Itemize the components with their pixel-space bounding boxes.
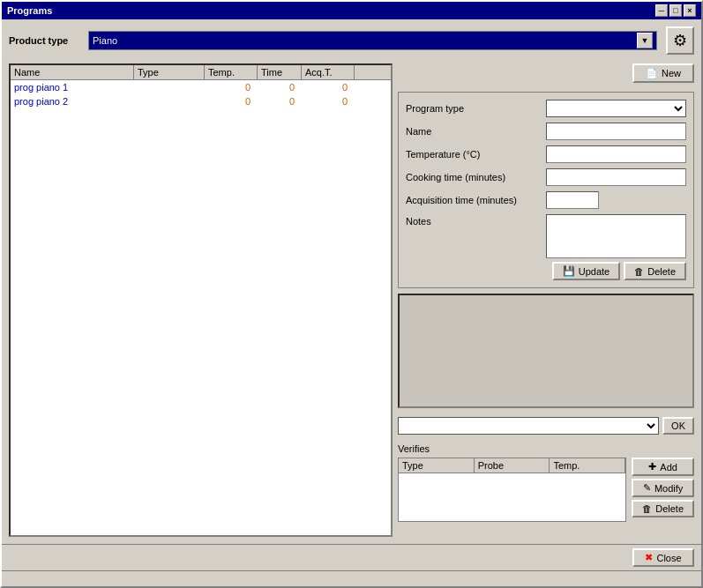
title-bar: Programs ─ □ × (2, 2, 701, 19)
verifies-row[interactable] (399, 473, 625, 489)
save-icon: 💾 (563, 265, 575, 277)
row1-acqt: 0 (302, 80, 355, 94)
maximize-button[interactable]: □ (669, 4, 682, 17)
add-icon: ✚ (648, 461, 656, 473)
temperature-row: Temperature (°C) (406, 145, 686, 163)
modify-label: Modify (654, 483, 683, 494)
verifies-header: Type Probe Temp. (399, 458, 625, 473)
row2-acqt: 0 (302, 94, 355, 108)
verifies-modify-button[interactable]: ✎ Modify (632, 479, 694, 497)
temperature-label: Temperature (°C) (406, 149, 542, 160)
verifies-delete-icon: 🗑 (642, 503, 652, 514)
list-item[interactable]: prog piano 2 0 0 0 (11, 94, 391, 108)
verifies-section: Verifies Type Probe Temp. (398, 443, 694, 522)
product-type-row: Product type Piano ▼ ⚙ (9, 26, 694, 55)
name-row: Name (406, 123, 686, 140)
notes-row: Notes (406, 214, 686, 258)
verifies-delete-button[interactable]: 🗑 Delete (632, 500, 694, 517)
acquisition-time-input[interactable] (546, 191, 599, 209)
main-area: Name Type Temp. Time Acq.T. prog piano 1… (9, 63, 694, 537)
form-panel: Program type Name Temperature (°C) (398, 92, 694, 288)
verifies-col-temp: Temp. (550, 458, 625, 473)
row1-type (134, 80, 205, 94)
title-bar-buttons: ─ □ × (655, 4, 696, 17)
col-temp: Temp. (205, 65, 258, 79)
col-acqt: Acq.T. (302, 65, 355, 79)
bottom-bar: ✖ Close (2, 544, 701, 570)
ok-label: OK (671, 421, 685, 431)
program-type-row: Program type (406, 100, 686, 117)
close-label: Close (656, 553, 681, 563)
verifies-buttons: ✚ Add ✎ Modify 🗑 Delete (632, 458, 694, 522)
close-icon: ✖ (645, 552, 653, 563)
program-type-select[interactable] (546, 100, 686, 117)
verifies-row[interactable] (399, 489, 625, 505)
program-type-select-wrapper (546, 100, 686, 117)
verifies-col-probe: Probe (475, 458, 550, 473)
cooking-time-label: Cooking time (minutes) (406, 172, 542, 182)
program-type-label: Program type (406, 103, 542, 114)
col-type: Type (134, 65, 205, 79)
temperature-input[interactable] (546, 145, 686, 163)
acquisition-time-row: Acquisition time (minutes) (406, 191, 686, 209)
name-input[interactable] (546, 123, 686, 140)
product-type-dropdown[interactable]: Piano ▼ (88, 31, 657, 50)
delete-label: Delete (647, 266, 676, 277)
verifies-body (399, 473, 625, 521)
status-bar (2, 570, 701, 586)
verifies-delete-label: Delete (655, 503, 684, 514)
action-buttons: 💾 Update 🗑 Delete (406, 262, 686, 280)
minimize-button[interactable]: ─ (655, 4, 668, 17)
list-header: Name Type Temp. Time Acq.T. (11, 65, 391, 80)
close-button[interactable]: × (684, 4, 696, 17)
row1-time: 0 (258, 80, 302, 94)
col-name: Name (11, 65, 134, 79)
verifies-add-button[interactable]: ✚ Add (632, 458, 694, 476)
window-content: Product type Piano ▼ ⚙ Name Type Temp. T… (2, 19, 701, 544)
new-icon: 📄 (646, 67, 658, 79)
verifies-col-type: Type (399, 458, 475, 473)
row1-temp: 0 (205, 80, 258, 94)
list-item[interactable]: prog piano 1 0 0 0 (11, 80, 391, 94)
verifies-area: Type Probe Temp. (398, 458, 694, 522)
row2-time: 0 (258, 94, 302, 108)
list-body: prog piano 1 0 0 0 prog piano 2 0 0 0 (11, 80, 391, 535)
programs-window: Programs ─ □ × Product type Piano ▼ ⚙ Na… (0, 0, 703, 588)
programs-list: Name Type Temp. Time Acq.T. prog piano 1… (9, 63, 393, 537)
new-btn-row: 📄 New (398, 63, 694, 83)
notes-input[interactable] (546, 214, 686, 258)
window-title: Programs (7, 5, 52, 16)
ok-button[interactable]: OK (662, 417, 694, 435)
ok-select[interactable] (398, 417, 659, 435)
lower-panel (398, 294, 694, 408)
row2-temp: 0 (205, 94, 258, 108)
delete-icon: 🗑 (634, 266, 644, 277)
settings-icon[interactable]: ⚙ (666, 26, 694, 55)
verifies-label: Verifies (398, 443, 694, 454)
verifies-table: Type Probe Temp. (398, 458, 626, 522)
update-label: Update (579, 266, 610, 277)
right-panel: 📄 New Program type (398, 63, 694, 537)
acquisition-time-label: Acquisition time (minutes) (406, 195, 542, 205)
col-time: Time (258, 65, 302, 79)
modify-icon: ✎ (643, 482, 651, 494)
add-label: Add (660, 462, 677, 473)
verifies-row[interactable] (399, 505, 625, 521)
row1-name: prog piano 1 (11, 80, 134, 94)
new-label: New (662, 68, 681, 78)
row2-type (134, 94, 205, 108)
ok-row: OK (398, 413, 694, 438)
new-button[interactable]: 📄 New (632, 63, 694, 83)
delete-button[interactable]: 🗑 Delete (624, 262, 686, 280)
close-button[interactable]: ✖ Close (632, 548, 694, 567)
cooking-time-row: Cooking time (minutes) (406, 168, 686, 186)
gear-icon: ⚙ (673, 31, 687, 50)
dropdown-arrow[interactable]: ▼ (637, 33, 653, 48)
product-type-label: Product type (9, 35, 79, 46)
update-button[interactable]: 💾 Update (552, 262, 620, 280)
row2-name: prog piano 2 (11, 94, 134, 108)
notes-label: Notes (406, 214, 542, 258)
cooking-time-input[interactable] (546, 168, 686, 186)
product-type-value: Piano (93, 35, 117, 46)
name-label: Name (406, 126, 542, 137)
